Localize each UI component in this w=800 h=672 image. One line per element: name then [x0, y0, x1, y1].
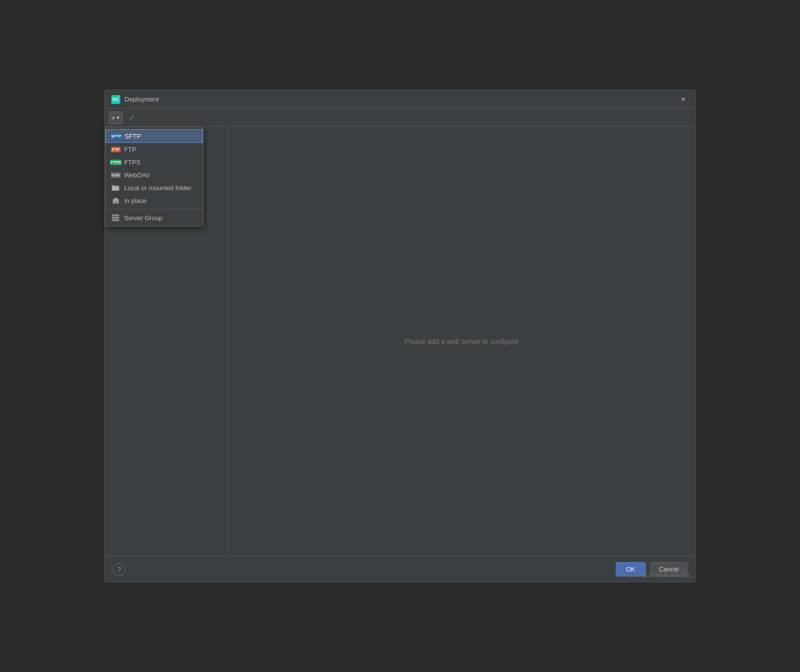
svg-point-8 — [117, 220, 118, 221]
server-group-icon — [111, 214, 120, 222]
dialog-title: Deployment — [125, 96, 159, 103]
folder-icon — [111, 184, 120, 192]
svg-rect-2 — [112, 187, 119, 190]
webdav-icon: DAV — [111, 171, 120, 179]
dropdown-item-ftps[interactable]: FTPS FTPS — [105, 156, 203, 168]
dropdown-menu: SFTP SFTP FTP FTP FTPS FTPS — [105, 127, 203, 227]
app-icon: PC — [111, 95, 121, 104]
close-button[interactable]: × — [677, 94, 689, 105]
inplace-icon — [111, 197, 120, 204]
checkmark-icon: ✓ — [129, 113, 135, 122]
ftps-label: FTPS — [124, 159, 197, 166]
server-group-label: Server Group — [124, 214, 197, 222]
deployment-dialog: PC Deployment × + ▼ ✓ SFTP SFTP — [104, 90, 696, 582]
local-folder-label: Local or mounted folder — [124, 184, 197, 192]
watermark: CSDN @白马长枪不快也光 — [626, 571, 691, 579]
inplace-label: In place — [124, 197, 197, 204]
main-panel: Please add a web server to configure — [228, 127, 695, 556]
sftp-label: SFTP — [125, 133, 197, 140]
dropdown-divider — [105, 209, 203, 209]
webdav-label: WebDAV — [124, 171, 197, 179]
ftp-label: FTP — [124, 146, 197, 153]
plus-icon: + — [111, 114, 115, 122]
sftp-icon: SFTP — [112, 132, 121, 140]
dropdown-item-ftp[interactable]: FTP FTP — [105, 143, 203, 156]
title-bar: PC Deployment × — [105, 90, 695, 109]
confirm-button[interactable]: ✓ — [125, 111, 138, 124]
help-button[interactable]: ? — [113, 563, 126, 576]
pycharm-logo: PC — [111, 95, 120, 104]
bottom-bar: ? OK Cancel — [105, 556, 695, 582]
title-bar-left: PC Deployment — [111, 95, 159, 104]
svg-point-6 — [117, 215, 118, 216]
dropdown-item-local-folder[interactable]: Local or mounted folder — [105, 181, 203, 194]
dropdown-item-sftp[interactable]: SFTP SFTP — [105, 129, 203, 143]
ftp-icon: FTP — [111, 145, 120, 153]
empty-state-message: Please add a web server to configure — [404, 337, 518, 345]
svg-rect-1 — [112, 185, 115, 187]
add-button[interactable]: + ▼ — [109, 111, 123, 124]
dropdown-arrow-icon: ▼ — [116, 115, 120, 120]
dropdown-item-webdav[interactable]: DAV WebDAV — [105, 168, 203, 181]
svg-point-7 — [117, 217, 118, 218]
dropdown-item-server-group[interactable]: Server Group — [105, 211, 203, 224]
dropdown-item-inplace[interactable]: In place — [105, 194, 203, 207]
ftps-icon: FTPS — [111, 158, 120, 166]
toolbar: + ▼ ✓ SFTP SFTP FTP FTP — [105, 109, 695, 127]
